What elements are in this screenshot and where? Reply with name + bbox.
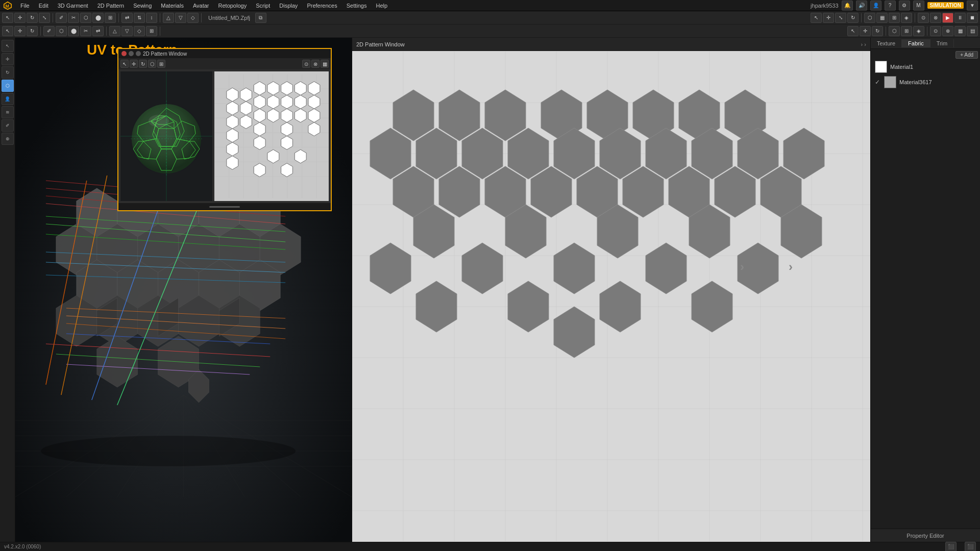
menu-display[interactable]: Display: [275, 2, 302, 10]
tool8[interactable]: ⬤: [92, 13, 104, 23]
material-item-2[interactable]: ✓ Material3617: [873, 75, 978, 89]
2d-r2[interactable]: ✛: [860, 26, 871, 36]
2d-r5[interactable]: ⊞: [901, 26, 912, 36]
2d-r4[interactable]: ⬡: [889, 26, 900, 36]
sidebar-prop[interactable]: ⊕: [2, 133, 14, 145]
3d-toolbar-r3[interactable]: ⤡: [835, 13, 846, 23]
menu-3dgarment[interactable]: 3D Garment: [54, 2, 92, 10]
layout-btn-1[interactable]: ⬛: [945, 542, 957, 552]
close-dot[interactable]: [121, 51, 127, 56]
3d-toolbar-r2[interactable]: ✛: [823, 13, 834, 23]
menu-edit[interactable]: Edit: [35, 2, 53, 10]
pause-btn[interactable]: ⏸: [954, 13, 966, 23]
2d-r1[interactable]: ↖: [847, 26, 859, 36]
2d-tool6[interactable]: △: [109, 26, 120, 36]
pt5[interactable]: ⊞: [157, 60, 165, 68]
2d-r7[interactable]: ⊙: [930, 26, 941, 36]
2d-r6[interactable]: ◈: [913, 26, 924, 36]
tool15[interactable]: ◇: [187, 13, 199, 23]
3d-toolbar-r5[interactable]: ⬡: [864, 13, 875, 23]
2d-tool3[interactable]: ⬤: [68, 26, 79, 36]
min-dot[interactable]: [129, 51, 134, 56]
menu-file[interactable]: File: [16, 2, 34, 10]
2d-tool1[interactable]: ✐: [43, 26, 55, 36]
sidebar-active[interactable]: ⬡: [2, 80, 14, 92]
pt7[interactable]: ⊗: [311, 60, 320, 68]
pattern-header-right: › ›: [861, 41, 866, 47]
2d-tool5[interactable]: ⇄: [92, 26, 104, 36]
tool6[interactable]: ✂: [68, 13, 79, 23]
tool12[interactable]: ↕: [146, 13, 157, 23]
menu-preferences[interactable]: Preferences: [303, 2, 341, 10]
pt1[interactable]: ↖: [120, 60, 129, 68]
2d-tool2[interactable]: ⬡: [56, 26, 67, 36]
sidebar-avatar[interactable]: 👤: [2, 93, 14, 105]
tool14[interactable]: ▽: [175, 13, 186, 23]
sidebar-sim[interactable]: ≋: [2, 106, 14, 118]
expand-icon[interactable]: ▼: [967, 1, 978, 11]
3d-toolbar-r6[interactable]: ▦: [876, 13, 888, 23]
menu-2dpattern[interactable]: 2D Pattern: [93, 2, 129, 10]
rotate-tool[interactable]: ↻: [27, 13, 38, 23]
tab-texture[interactable]: Texture: [871, 39, 902, 47]
add-material-button[interactable]: + Add: [955, 51, 978, 59]
menu-script[interactable]: Script: [252, 2, 274, 10]
menu-avatar[interactable]: Avatar: [189, 2, 213, 10]
layout-btn-2[interactable]: ⬛: [965, 542, 976, 552]
select-tool[interactable]: ↖: [2, 13, 13, 23]
tab-trim[interactable]: Trim: [930, 39, 954, 47]
2d-select[interactable]: ↖: [2, 26, 13, 36]
sound-icon[interactable]: 🔊: [856, 1, 867, 11]
tool7[interactable]: ⬡: [80, 13, 91, 23]
move-tool[interactable]: ✛: [14, 13, 26, 23]
max-dot[interactable]: [136, 51, 141, 56]
pt3[interactable]: ↻: [139, 60, 147, 68]
2d-r8[interactable]: ⊗: [942, 26, 953, 36]
2d-tool4[interactable]: ✂: [80, 26, 91, 36]
sidebar-rotate[interactable]: ↻: [2, 66, 14, 79]
menu-settings[interactable]: Settings: [342, 2, 371, 10]
2d-tool7[interactable]: ▽: [121, 26, 133, 36]
svg-text:›: ›: [740, 260, 744, 273]
menu-help[interactable]: Help: [372, 2, 391, 10]
menu-materials[interactable]: Materials: [157, 2, 188, 10]
settings-icon2[interactable]: ⚙: [899, 1, 910, 11]
pt2[interactable]: ✛: [130, 60, 138, 68]
sidebar-move[interactable]: ✛: [2, 53, 14, 65]
3d-toolbar-r7[interactable]: ⊞: [889, 13, 900, 23]
md-logo-btn[interactable]: M: [913, 1, 924, 11]
sidebar-annotation[interactable]: ✐: [2, 119, 14, 132]
menu-retopology[interactable]: Retopology: [214, 2, 251, 10]
2d-r9[interactable]: ▦: [954, 26, 966, 36]
tab-fabric[interactable]: Fabric: [902, 39, 930, 47]
pt4[interactable]: ⬡: [148, 60, 156, 68]
2d-tool8[interactable]: ◇: [134, 26, 145, 36]
2d-tool9[interactable]: ⊞: [146, 26, 157, 36]
stop-btn[interactable]: ⏹: [967, 13, 978, 23]
user-icon[interactable]: 👤: [870, 1, 881, 11]
scale-tool[interactable]: ⤡: [39, 13, 50, 23]
pt6[interactable]: ⊙: [302, 60, 310, 68]
tool11[interactable]: ⇅: [134, 13, 145, 23]
material-item-1[interactable]: Material1: [873, 60, 978, 74]
tool10[interactable]: ⇄: [121, 13, 133, 23]
play-btn[interactable]: ▶: [942, 13, 953, 23]
3d-toolbar-r1[interactable]: ↖: [811, 13, 822, 23]
2d-rotate[interactable]: ↻: [27, 26, 38, 36]
tool5[interactable]: ✐: [56, 13, 67, 23]
sidebar-select[interactable]: ↖: [2, 40, 14, 52]
2d-r3[interactable]: ↻: [872, 26, 883, 36]
2d-r10[interactable]: ▤: [967, 26, 978, 36]
3d-toolbar-r8[interactable]: ◈: [901, 13, 912, 23]
restore-btn[interactable]: ⧉: [255, 13, 266, 23]
pt8[interactable]: ▦: [321, 60, 329, 68]
3d-toolbar-r4[interactable]: ↻: [847, 13, 859, 23]
3d-toolbar-r10[interactable]: ⊗: [930, 13, 941, 23]
tool13[interactable]: △: [163, 13, 174, 23]
3d-toolbar-r9[interactable]: ⊙: [918, 13, 929, 23]
notification-icon[interactable]: 🔔: [842, 1, 853, 11]
menu-sewing[interactable]: Sewing: [129, 2, 156, 10]
help-icon[interactable]: ?: [885, 1, 896, 11]
2d-move[interactable]: ✛: [14, 26, 26, 36]
tool9[interactable]: ⊞: [105, 13, 116, 23]
